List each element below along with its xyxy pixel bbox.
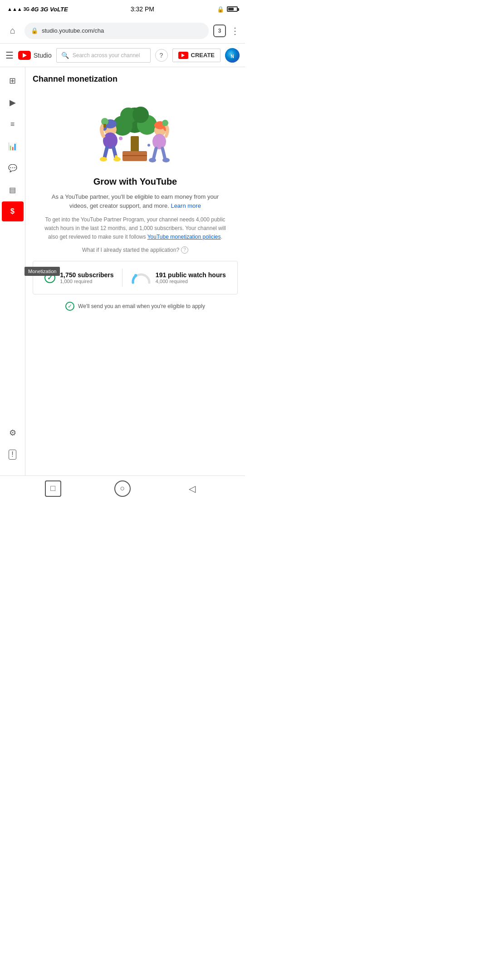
recent-apps-button[interactable]: ◁ [184, 480, 200, 497]
email-notify-text: We'll send you an email when you're elig… [78, 303, 205, 309]
sidebar-item-playlists[interactable]: ≡ [2, 114, 24, 134]
svg-point-14 [100, 157, 107, 162]
hamburger-menu[interactable]: ☰ [5, 50, 14, 61]
learn-more-link[interactable]: Learn more [171, 202, 201, 209]
svg-point-24 [162, 158, 170, 162]
playlist-icon: ≡ [10, 120, 15, 128]
page-title: Channel monetization [33, 74, 238, 84]
sidebar-item-monetization[interactable]: $ [2, 201, 24, 221]
sidebar-item-settings[interactable]: ⚙ [2, 423, 24, 443]
sidebar-item-subtitles[interactable]: ▤ [2, 180, 24, 200]
status-icons: 🔒 [217, 6, 238, 13]
more-options-button[interactable]: ⋮ [230, 25, 240, 36]
svg-point-23 [149, 158, 156, 162]
progress-box: ✓ 1,750 subscribers 1,000 required 191 p… [33, 261, 238, 294]
monetization-tooltip: Monetization [24, 267, 60, 276]
svg-point-25 [119, 137, 122, 140]
create-button[interactable]: CREATE [172, 49, 220, 62]
illustration-container [33, 93, 238, 166]
svg-point-27 [115, 155, 118, 158]
subtitles-icon: ▤ [9, 186, 16, 194]
studio-label: Studio [34, 52, 52, 59]
monetization-icon: $ [10, 207, 15, 216]
svg-point-13 [103, 132, 118, 149]
signal-3g: 3G [24, 7, 29, 12]
svg-point-26 [147, 144, 150, 147]
battery-icon [227, 6, 238, 12]
progress-divider [122, 269, 122, 287]
url-lock-icon: 🔒 [31, 27, 38, 34]
sidebar-item-content[interactable]: ▶ [2, 93, 24, 113]
watch-hours-required: 4,000 required [156, 279, 226, 284]
grow-illustration [85, 93, 185, 166]
help-button[interactable]: ? [155, 49, 168, 62]
grow-section: Grow with YouTube As a YouTube partner, … [33, 176, 238, 254]
home-nav-button[interactable]: ○ [114, 480, 131, 497]
svg-point-28 [134, 274, 137, 277]
sidebar-item-analytics[interactable]: 📊 [2, 136, 24, 156]
signal-info: ▲▲▲ 3G 4G 3G VoLTE [7, 6, 68, 13]
yt-studio-logo: Studio [18, 51, 52, 60]
tab-count[interactable]: 3 [213, 24, 226, 37]
signal-4g: ▲▲▲ [7, 6, 22, 12]
avatar[interactable]: N [225, 48, 240, 63]
analytics-icon: 📊 [8, 142, 17, 151]
help-icon: ? [160, 52, 163, 59]
email-notify: ✓ We'll send you an email when you're el… [33, 302, 238, 311]
sidebar-item-comments[interactable]: 💬 [2, 158, 24, 178]
status-bar: ▲▲▲ 3G 4G 3G VoLTE 3:32 PM 🔒 [0, 0, 245, 18]
subscribers-count: 1,750 subscribers [60, 271, 113, 279]
watch-hours-chart [131, 271, 151, 284]
what-if-help-icon[interactable]: ? [181, 246, 188, 254]
content-icon: ▶ [10, 98, 16, 108]
url-bar[interactable]: 🔒 studio.youtube.com/cha [24, 23, 209, 39]
yt-studio-header: ☰ Studio 🔍 Search across your channel ? … [0, 44, 245, 67]
svg-point-22 [162, 120, 168, 126]
svg-text:N: N [230, 54, 234, 59]
settings-icon: ⚙ [9, 428, 16, 438]
dashboard-icon: ⊞ [9, 76, 16, 86]
svg-point-21 [152, 134, 166, 149]
sidebar-item-dashboard[interactable]: ⊞ [2, 71, 24, 91]
youtube-icon [18, 51, 31, 60]
comments-icon: 💬 [8, 164, 17, 172]
svg-rect-2 [131, 136, 139, 152]
watch-hours-count: 191 public watch hours [156, 271, 226, 279]
url-text: studio.youtube.com/cha [42, 27, 104, 34]
search-bar[interactable]: 🔍 Search across your channel [56, 48, 151, 63]
bottom-nav: □ ○ ◁ [0, 475, 245, 501]
svg-point-9 [132, 107, 149, 123]
lock-icon: 🔒 [217, 6, 224, 13]
sidebar-bottom: ⚙ ! [2, 423, 24, 472]
search-placeholder: Search across your channel [73, 52, 140, 59]
search-icon: 🔍 [61, 52, 69, 59]
yt-policies-link[interactable]: YouTube monetization policies [147, 234, 221, 240]
what-if-row: What if I already started the applicatio… [42, 246, 229, 254]
what-if-text: What if I already started the applicatio… [82, 247, 179, 253]
subscribers-required: 1,000 required [60, 279, 113, 284]
create-video-icon [178, 52, 188, 59]
create-label: CREATE [191, 52, 215, 59]
browser-bar: ⌂ 🔒 studio.youtube.com/cha 3 ⋮ [0, 18, 245, 44]
feedback-icon: ! [9, 450, 16, 460]
grow-title: Grow with YouTube [42, 176, 229, 187]
sidebar: ⊞ ▶ ≡ 📊 💬 ▤ $ Monetization ⚙ ! [0, 67, 25, 475]
grow-description: As a YouTube partner, you'll be eligible… [42, 192, 229, 210]
main-layout: ⊞ ▶ ≡ 📊 💬 ▤ $ Monetization ⚙ ! [0, 67, 245, 475]
status-time: 3:32 PM [131, 5, 154, 13]
home-button[interactable]: ⌂ [5, 24, 20, 38]
back-button[interactable]: □ [45, 480, 61, 497]
svg-point-15 [113, 157, 121, 162]
volte-label: 4G 3G VoLTE [31, 6, 68, 13]
email-check-icon: ✓ [65, 302, 74, 311]
sidebar-item-feedback[interactable]: ! [2, 445, 24, 465]
grow-detail: To get into the YouTube Partner Program,… [42, 216, 229, 242]
watch-hours-progress: 191 public watch hours 4,000 required [131, 271, 226, 284]
svg-rect-17 [103, 124, 106, 127]
